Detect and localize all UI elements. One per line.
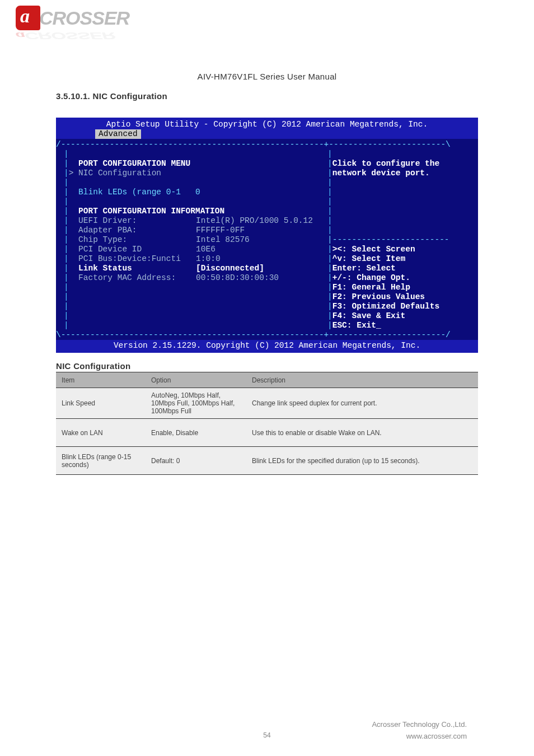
logo-reflection: aCROSSER [16, 30, 129, 41]
nic-configuration-item[interactable]: NIC Configuration [78, 169, 161, 178]
col-item: Item [56, 372, 146, 388]
bios-key-hint: ESC: Exit_ [332, 321, 381, 330]
bios-key-hint: F2: Previous Values [332, 292, 425, 301]
table-row: Link Speed AutoNeg, 10Mbps Half, 10Mbps … [56, 388, 478, 419]
col-desc: Description [246, 372, 478, 388]
info-label: PCI Device ID [78, 245, 196, 254]
bios-tab-advanced[interactable]: Advanced [95, 129, 141, 139]
link-status-value: [Disconnected] [196, 264, 264, 273]
info-value: 00:50:8D:30:00:30 [196, 273, 279, 283]
bios-key-hint: Enter: Select [332, 264, 396, 273]
cell-desc: Blink LEDs for the specified duration (u… [246, 447, 478, 475]
bios-key-hint: F1: General Help [332, 283, 410, 292]
logo-text: CROSSER [39, 7, 129, 29]
info-label: Chip Type: [78, 235, 196, 245]
page-number: 54 [0, 731, 534, 739]
col-option: Option [146, 372, 246, 388]
blink-leds-value[interactable]: 0 [195, 188, 200, 197]
table-header-row: Item Option Description [56, 372, 478, 388]
cell-item: Link Speed [56, 388, 146, 419]
cell-option: Default: 0 [146, 447, 246, 475]
info-value: 1:0:0 [196, 254, 221, 264]
bios-key-hint: F4: Save & Exit [332, 311, 406, 320]
section-heading: 3.5.10.1. NIC Configuration [56, 91, 167, 101]
bios-title: Aptio Setup Utility - Copyright (C) 2012… [56, 120, 478, 129]
bios-right-pane: | |Click to configure the |network devic… [327, 150, 470, 330]
cell-item: Wake on LAN [56, 419, 146, 447]
bios-left-pane: | | PORT CONFIGURATION MENU |> NIC Confi… [56, 150, 327, 330]
bios-help-text: Click to configure the [332, 159, 439, 168]
info-label: UEFI Driver: [78, 216, 196, 226]
footer-company: Acrosser Technology Co.,Ltd. [0, 720, 467, 729]
brand-logo: CROSSER aCROSSER [16, 6, 129, 46]
nic-options-table: Item Option Description Link Speed AutoN… [56, 372, 478, 475]
bios-key-hint: ><: Select Screen [332, 245, 415, 254]
cell-desc: Use this to enable or disable Wake on LA… [246, 419, 478, 447]
info-value: Intel(R) PRO/1000 5.0.12 [196, 216, 313, 226]
bios-help-text: network device port. [332, 169, 430, 178]
nic-table-heading: NIC Configuration [56, 361, 130, 371]
port-config-menu-title: PORT CONFIGURATION MENU [78, 159, 190, 168]
bios-screenshot: Aptio Setup Utility - Copyright (C) 2012… [56, 118, 478, 344]
bios-version-footer: Version 2.15.1229. Copyright (C) 2012 Am… [56, 340, 478, 353]
logo-mark-icon [16, 6, 40, 30]
info-label: Adapter PBA: [78, 226, 196, 235]
info-value: 10E6 [196, 245, 216, 254]
link-status-label: Link Status [78, 264, 196, 273]
manual-title: AIV-HM76V1FL Series User Manual [0, 72, 534, 81]
cell-option: AutoNeg, 10Mbps Half, 10Mbps Full, 100Mb… [146, 388, 246, 419]
bios-key-hint: +/-: Change Opt. [332, 273, 410, 282]
blink-leds-label[interactable]: Blink LEDs (range 0-1 [78, 188, 181, 197]
table-row: Blink LEDs (range 0-15 seconds) Default:… [56, 447, 478, 475]
bios-bottom-border: \---------------------------------------… [56, 330, 478, 340]
port-config-info-title: PORT CONFIGURATION INFORMATION [78, 207, 224, 216]
info-value: FFFFFF-0FF [196, 226, 245, 235]
table-row: Wake on LAN Enable, Disable Use this to … [56, 419, 478, 447]
bios-key-hint: ^v: Select Item [332, 254, 406, 263]
cell-option: Enable, Disable [146, 419, 246, 447]
bios-right-divider: |------------------------ [327, 235, 470, 245]
bios-top-border: /---------------------------------------… [56, 140, 478, 150]
cell-desc: Change link speed duplex for current por… [246, 388, 478, 419]
bios-key-hint: F3: Optimized Defaults [332, 302, 439, 311]
info-value: Intel 82576 [196, 235, 250, 245]
info-label: PCI Bus:Device:Functi [78, 254, 196, 264]
info-label: Factory MAC Address: [78, 273, 196, 283]
cell-item: Blink LEDs (range 0-15 seconds) [56, 447, 146, 475]
bios-title-bar: Aptio Setup Utility - Copyright (C) 2012… [56, 118, 478, 139]
